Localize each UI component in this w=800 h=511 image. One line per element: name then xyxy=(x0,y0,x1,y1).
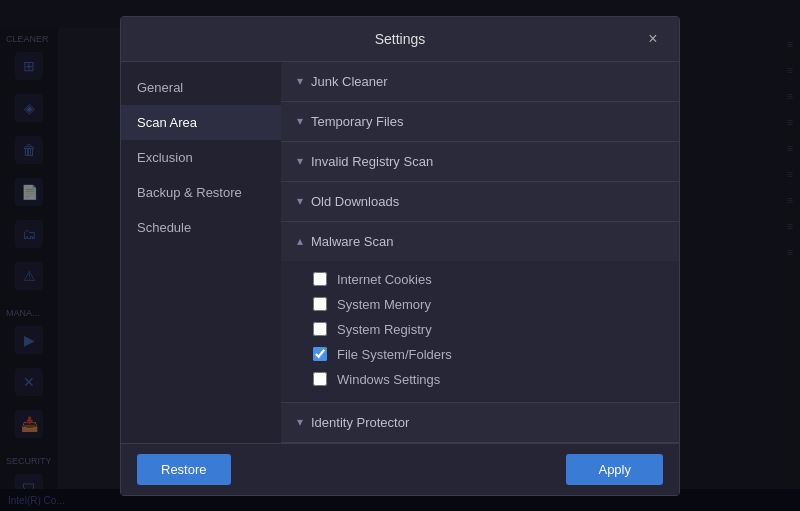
nav-item-backup-restore[interactable]: Backup & Restore xyxy=(121,175,281,210)
nav-item-exclusion[interactable]: Exclusion xyxy=(121,140,281,175)
system-registry-label: System Registry xyxy=(337,322,432,337)
section-malware-scan: ▴ Malware Scan Internet Cookies System M… xyxy=(281,222,679,403)
checkbox-windows-settings[interactable]: Windows Settings xyxy=(313,367,663,392)
internet-cookies-label: Internet Cookies xyxy=(337,272,432,287)
windows-settings-checkbox[interactable] xyxy=(313,372,327,386)
malware-scan-header[interactable]: ▴ Malware Scan xyxy=(281,222,679,261)
file-system-folders-label: File System/Folders xyxy=(337,347,452,362)
junk-cleaner-label: Junk Cleaner xyxy=(311,74,388,89)
file-system-folders-checkbox[interactable] xyxy=(313,347,327,361)
section-junk-cleaner[interactable]: ▾ Junk Cleaner xyxy=(281,62,679,102)
dialog-footer: Restore Apply xyxy=(121,443,679,495)
nav-item-scan-area[interactable]: Scan Area xyxy=(121,105,281,140)
dialog-nav: General Scan Area Exclusion Backup & Res… xyxy=(121,62,281,443)
malware-scan-chevron: ▴ xyxy=(297,234,303,248)
section-identity-protector[interactable]: ▾ Identity Protector xyxy=(281,403,679,443)
identity-protector-label: Identity Protector xyxy=(311,415,409,430)
system-memory-label: System Memory xyxy=(337,297,431,312)
checkbox-file-system-folders[interactable]: File System/Folders xyxy=(313,342,663,367)
close-button[interactable]: × xyxy=(643,29,663,49)
checkbox-system-memory[interactable]: System Memory xyxy=(313,292,663,317)
junk-cleaner-chevron: ▾ xyxy=(297,74,303,88)
checkbox-system-registry[interactable]: System Registry xyxy=(313,317,663,342)
temporary-files-label: Temporary Files xyxy=(311,114,403,129)
dialog-header: Settings × xyxy=(121,17,679,62)
system-registry-checkbox[interactable] xyxy=(313,322,327,336)
internet-cookies-checkbox[interactable] xyxy=(313,272,327,286)
malware-scan-items: Internet Cookies System Memory System Re… xyxy=(281,261,679,402)
invalid-registry-chevron: ▾ xyxy=(297,154,303,168)
section-old-downloads[interactable]: ▾ Old Downloads xyxy=(281,182,679,222)
temporary-files-chevron: ▾ xyxy=(297,114,303,128)
checkbox-internet-cookies[interactable]: Internet Cookies xyxy=(313,267,663,292)
windows-settings-label: Windows Settings xyxy=(337,372,440,387)
dialog-content[interactable]: ▾ Junk Cleaner ▾ Temporary Files ▾ Inval… xyxy=(281,62,679,443)
invalid-registry-label: Invalid Registry Scan xyxy=(311,154,433,169)
section-temporary-files[interactable]: ▾ Temporary Files xyxy=(281,102,679,142)
old-downloads-chevron: ▾ xyxy=(297,194,303,208)
nav-item-general[interactable]: General xyxy=(121,70,281,105)
section-invalid-registry[interactable]: ▾ Invalid Registry Scan xyxy=(281,142,679,182)
identity-protector-chevron: ▾ xyxy=(297,415,303,429)
apply-button[interactable]: Apply xyxy=(566,454,663,485)
dialog-body: General Scan Area Exclusion Backup & Res… xyxy=(121,62,679,443)
dialog-title: Settings xyxy=(157,31,643,47)
settings-dialog: Settings × General Scan Area Exclusion B… xyxy=(120,16,680,496)
old-downloads-label: Old Downloads xyxy=(311,194,399,209)
nav-item-schedule[interactable]: Schedule xyxy=(121,210,281,245)
overlay: Settings × General Scan Area Exclusion B… xyxy=(0,0,800,511)
malware-scan-label: Malware Scan xyxy=(311,234,393,249)
system-memory-checkbox[interactable] xyxy=(313,297,327,311)
restore-button[interactable]: Restore xyxy=(137,454,231,485)
